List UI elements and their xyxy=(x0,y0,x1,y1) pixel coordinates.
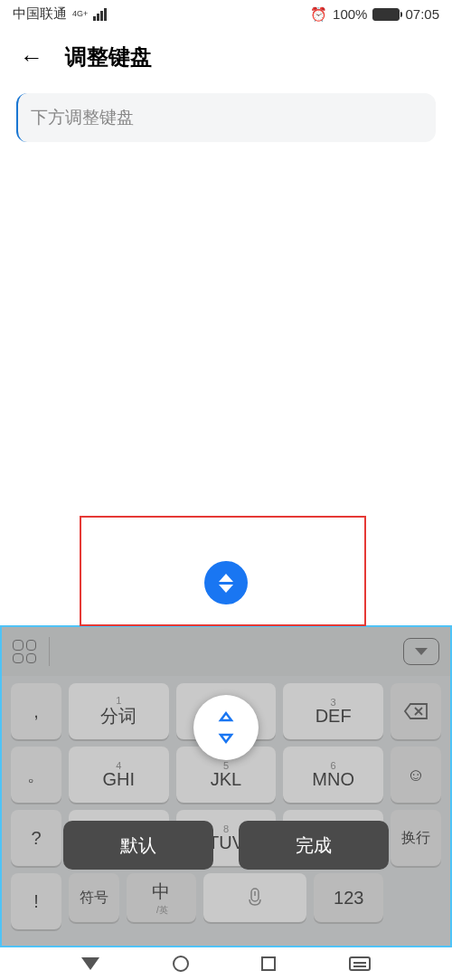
key-space[interactable] xyxy=(203,873,307,922)
toolbar-divider xyxy=(49,637,50,666)
default-button[interactable]: 默认 xyxy=(63,821,213,870)
keyboard-panel: , 1分词 2ABC 3DEF 。 4GHI 5JKL 6MNO ☺ ? 7PQ… xyxy=(0,625,452,947)
key-mno[interactable]: 6MNO xyxy=(283,747,383,803)
battery-percent: 100% xyxy=(333,6,367,22)
keyboard-test-input[interactable] xyxy=(16,93,436,142)
key-ghi[interactable]: 4GHI xyxy=(69,747,169,803)
nav-home-button[interactable] xyxy=(173,956,189,972)
carrier-label: 中国联通 xyxy=(13,5,67,23)
keyboard-collapse-button[interactable] xyxy=(403,638,439,665)
system-nav-bar xyxy=(0,947,452,980)
keyboard-move-handle-center[interactable] xyxy=(193,695,259,760)
nav-recent-button[interactable] xyxy=(261,956,276,971)
clock-time: 07:05 xyxy=(405,6,439,22)
keyboard-menu-icon[interactable] xyxy=(13,640,36,663)
nav-keyboard-button[interactable] xyxy=(349,956,371,971)
key-segment[interactable]: 1分词 xyxy=(69,683,169,739)
network-label: 4G+ xyxy=(72,10,88,18)
signal-icon xyxy=(93,8,107,21)
page-header: ← 调整键盘 xyxy=(0,28,452,86)
battery-icon xyxy=(372,8,400,21)
page-title: 调整键盘 xyxy=(65,43,152,71)
key-numbers[interactable]: 123 xyxy=(314,873,383,922)
done-button[interactable]: 完成 xyxy=(239,821,389,870)
key-backspace[interactable] xyxy=(391,683,441,739)
key-symbols[interactable]: 符号 xyxy=(69,873,119,922)
back-button[interactable]: ← xyxy=(20,43,43,71)
nav-back-button[interactable] xyxy=(81,957,99,970)
status-bar: 中国联通 4G+ ⏰ 100% 07:05 xyxy=(0,0,452,28)
key-lang-toggle[interactable]: 中/英 xyxy=(127,873,196,922)
key-exclaim[interactable]: ! xyxy=(11,873,61,929)
keyboard-resize-handle-top[interactable] xyxy=(204,561,248,604)
key-period[interactable]: 。 xyxy=(11,747,61,803)
key-emoji[interactable]: ☺ xyxy=(391,747,441,803)
alarm-icon: ⏰ xyxy=(310,6,327,23)
key-comma[interactable]: , xyxy=(11,683,61,739)
key-def[interactable]: 3DEF xyxy=(283,683,383,739)
